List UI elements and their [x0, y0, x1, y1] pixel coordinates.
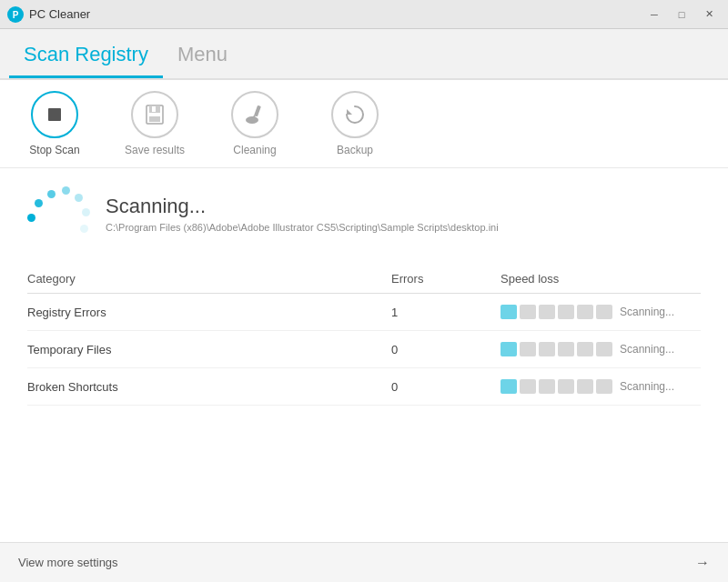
cleaning-icon-circle	[231, 91, 278, 138]
speed-bar-segment	[596, 305, 612, 319]
speed-bar-segment	[500, 305, 517, 319]
speed-bar-segment	[520, 379, 536, 394]
bottom-bar[interactable]: View more settings →	[0, 542, 728, 582]
header-errors: Errors	[391, 266, 500, 294]
speed-bar-segment	[596, 379, 612, 394]
close-button[interactable]: ✕	[697, 5, 721, 24]
stop-icon	[43, 103, 66, 126]
speed-bar-segment	[539, 379, 555, 394]
speed-bar-segment	[520, 342, 536, 356]
speed-bars	[500, 379, 612, 394]
stop-scan-icon-circle	[31, 91, 78, 138]
speed-bar-segment	[577, 342, 593, 356]
speed-bar-segment	[577, 305, 593, 319]
speed-bar-segment	[558, 342, 574, 356]
header-speed-loss: Speed loss	[500, 266, 701, 294]
errors-cell: 0	[391, 368, 500, 406]
app-title: PC Cleaner	[29, 7, 642, 21]
spinner-dot-3	[47, 190, 56, 198]
app-icon: P	[7, 6, 24, 23]
cleaning-label: Cleaning	[233, 144, 276, 156]
cleaning-button[interactable]: Cleaning	[218, 91, 291, 156]
speed-status-text: Scanning...	[620, 306, 674, 318]
arrow-icon: →	[695, 555, 710, 571]
backup-icon-circle	[331, 91, 379, 138]
speed-bar-container: Scanning...	[500, 305, 701, 319]
table-row: Temporary Files0Scanning...	[27, 331, 701, 368]
save-icon	[143, 103, 167, 126]
speed-bar-segment	[539, 342, 555, 356]
spinner-dot-1	[27, 214, 35, 222]
stop-scan-button[interactable]: Stop Scan	[18, 91, 91, 156]
category-cell: Broken Shortcuts	[27, 368, 391, 406]
window-controls: ─ □ ✕	[642, 5, 721, 24]
scanning-title: Scanning...	[106, 195, 499, 218]
maximize-button[interactable]: □	[670, 5, 693, 24]
speed-bar-segment	[596, 342, 612, 356]
save-results-icon-circle	[131, 91, 178, 138]
speed-bar-segment	[500, 342, 517, 356]
errors-cell: 1	[391, 294, 500, 331]
spinner-dot-7	[80, 225, 88, 233]
speed-bar-container: Scanning...	[500, 379, 701, 394]
speed-cell: Scanning...	[500, 368, 701, 406]
backup-button[interactable]: Backup	[318, 91, 391, 156]
svg-rect-2	[48, 108, 61, 121]
table-row: Broken Shortcuts0Scanning...	[27, 368, 701, 406]
scanning-area: Scanning... C:\Program Files (x86)\Adobe…	[27, 186, 701, 241]
toolbar: Stop Scan Save results Cleaning	[0, 80, 728, 168]
speed-status-text: Scanning...	[620, 380, 674, 393]
scan-table: Category Errors Speed loss Registry Erro…	[27, 266, 701, 406]
header-category: Category	[27, 266, 391, 294]
category-cell: Temporary Files	[27, 331, 391, 368]
speed-cell: Scanning...	[500, 294, 701, 331]
svg-rect-5	[152, 106, 156, 112]
speed-bar-segment	[539, 305, 555, 319]
speed-bar-segment	[520, 305, 536, 319]
nav-bar: Scan Registry Menu	[0, 29, 728, 80]
svg-text:P: P	[13, 10, 19, 20]
title-bar: P PC Cleaner ─ □ ✕	[0, 0, 728, 29]
cleaning-icon	[243, 103, 267, 126]
spinner-dot-6	[82, 208, 90, 216]
table-header-row: Category Errors Speed loss	[27, 266, 701, 294]
save-results-button[interactable]: Save results	[118, 91, 191, 156]
spinner-dot-2	[35, 199, 43, 207]
errors-cell: 0	[391, 331, 500, 368]
scanning-path: C:\Program Files (x86)\Adobe\Adobe Illus…	[106, 222, 499, 233]
main-content: Scanning... C:\Program Files (x86)\Adobe…	[0, 168, 728, 542]
spinner-dot-5	[75, 194, 83, 202]
spinner-dot-4	[62, 186, 70, 195]
speed-bar-segment	[500, 379, 517, 394]
svg-rect-7	[254, 105, 261, 117]
speed-bar-container: Scanning...	[500, 342, 701, 356]
spinner	[27, 186, 91, 241]
tab-scan-registry[interactable]: Scan Registry	[9, 35, 163, 78]
table-row: Registry Errors1Scanning...	[27, 294, 701, 331]
category-cell: Registry Errors	[27, 294, 391, 331]
tab-menu[interactable]: Menu	[163, 35, 242, 78]
backup-label: Backup	[337, 144, 373, 156]
save-results-label: Save results	[125, 144, 185, 156]
backup-icon	[343, 103, 367, 126]
view-more-settings-label: View more settings	[18, 556, 695, 569]
speed-cell: Scanning...	[500, 331, 701, 368]
speed-bars	[500, 305, 612, 319]
speed-bars	[500, 342, 612, 356]
speed-bar-segment	[577, 379, 593, 394]
speed-bar-segment	[558, 305, 574, 319]
speed-status-text: Scanning...	[620, 343, 674, 356]
stop-scan-label: Stop Scan	[29, 144, 79, 156]
minimize-button[interactable]: ─	[642, 5, 666, 24]
scanning-text-area: Scanning... C:\Program Files (x86)\Adobe…	[106, 195, 499, 233]
svg-rect-6	[149, 116, 160, 122]
speed-bar-segment	[558, 379, 574, 394]
svg-marker-10	[347, 109, 352, 115]
